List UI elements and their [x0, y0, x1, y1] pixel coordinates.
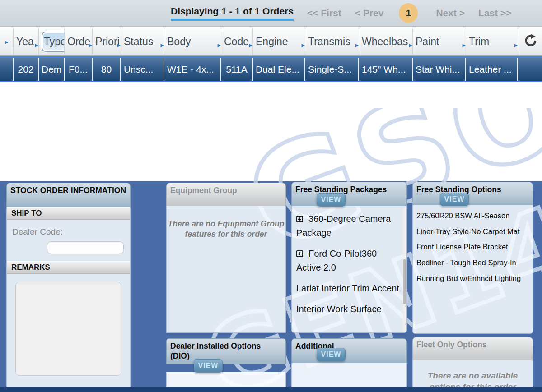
package-list-item[interactable]: Interior Work Surface	[296, 302, 402, 316]
packages-scrollbar-thumb[interactable]	[403, 259, 406, 304]
package-item-label: Lariat Interior Trim Accent	[296, 283, 399, 293]
column-header-label: Body	[167, 36, 191, 48]
dealer-installed-options-header: Dealer Installed Options (DIO) VIEW	[166, 338, 286, 364]
column-header-engine[interactable]: Engine▸	[253, 28, 305, 55]
additional-panel: Additional VIEW	[291, 338, 407, 387]
package-item-label: 360-Degree Camera Package	[296, 214, 391, 238]
additional-header: Additional VIEW	[291, 338, 407, 363]
ship-to-section: Dealer Code:	[7, 220, 130, 261]
option-list-item[interactable]: Running Brd w/Enhncd Lighting	[416, 274, 529, 283]
refresh-icon	[524, 34, 537, 50]
packages-view-button[interactable]: VIEW	[317, 193, 346, 207]
sort-arrow-icon: ▸	[217, 42, 221, 48]
fleet-only-empty-message: There are no available options for this …	[413, 370, 533, 387]
sort-arrow-icon: ▸	[5, 38, 9, 45]
free-standing-options-panel: Free Standing Options VIEW 275/60R20 BSW…	[412, 182, 533, 334]
sort-arrow-icon: ▸	[160, 42, 164, 48]
prev-page-link[interactable]: < Prev	[355, 8, 384, 18]
refresh-button[interactable]	[518, 28, 542, 55]
order-row[interactable]: 202 Dem F0... 80 Unsc... W1E - 4x... 511…	[0, 56, 542, 82]
fleet-only-options-panel: Fleet Only Options There are no availabl…	[412, 337, 533, 387]
sort-arrow-icon: ▸	[35, 42, 38, 48]
options-view-button[interactable]: VIEW	[440, 193, 469, 206]
column-header-paint[interactable]: Paint▸	[413, 28, 466, 55]
order-cell-transmission[interactable]: Single-S...	[305, 58, 359, 81]
expand-plus-icon[interactable]	[296, 250, 303, 257]
column-header-order[interactable]: Orde▸	[65, 28, 93, 55]
fleet-only-options-header: Fleet Only Options	[412, 337, 533, 360]
order-cell-code[interactable]: 511A	[221, 58, 253, 81]
order-cell-order[interactable]: F0...	[65, 58, 93, 81]
package-item-label: Ford Co-Pilot360 Active 2.0	[296, 249, 377, 272]
dealer-installed-options-panel: Dealer Installed Options (DIO) VIEW	[166, 338, 286, 387]
next-page-link[interactable]: Next >	[436, 8, 465, 18]
package-list-item[interactable]: 360-Degree Camera Package	[296, 212, 402, 240]
column-header-label: Wheelbas	[362, 36, 408, 48]
current-page-badge[interactable]: 1	[399, 3, 418, 23]
order-cell-engine[interactable]: Dual Ele...	[253, 58, 305, 81]
pagination-bar: Displaying 1 - 1 of 1 Orders << First < …	[0, 0, 542, 27]
remarks-textarea[interactable]	[15, 282, 121, 376]
dealer-installed-options-title: Dealer Installed Options (DIO)	[170, 341, 261, 360]
free-standing-packages-title: Free Standing Packages	[295, 185, 387, 194]
sort-arrow-icon: ▸	[249, 42, 252, 48]
sort-arrow-icon: ▸	[355, 42, 359, 48]
expand-all-column-header[interactable]: ▸	[0, 28, 14, 55]
additional-view-button[interactable]: VIEW	[317, 348, 346, 361]
column-header-priority[interactable]: Priori▸	[93, 28, 121, 55]
column-header-label: Code	[224, 36, 249, 48]
packages-scrollbar[interactable]	[403, 207, 406, 332]
equipment-group-empty-message: There are no Equipment Group features fo…	[167, 219, 285, 240]
column-header-body[interactable]: Body▸	[164, 28, 221, 55]
order-cell-paint[interactable]: Star Whi...	[413, 58, 466, 81]
column-header-label: Transmis	[308, 36, 350, 48]
bottom-bar	[0, 387, 542, 392]
package-list-item[interactable]: Lariat Interior Trim Accent	[296, 281, 402, 295]
sort-arrow-icon: ▸	[462, 42, 466, 48]
column-header-wheelbase[interactable]: Wheelbas▸	[359, 28, 413, 55]
option-list-item[interactable]: Bedliner - Tough Bed Spray-In	[416, 258, 529, 267]
dealer-code-label: Dealer Code:	[12, 227, 126, 237]
sort-arrow-icon: ▸	[301, 42, 305, 48]
option-list-item[interactable]: 275/60R20 BSW All-Season	[416, 211, 529, 221]
order-cell-year[interactable]: 202	[14, 58, 39, 81]
column-header-label: Yea	[16, 36, 34, 48]
column-header-label: Paint	[416, 36, 439, 48]
order-cell-expand[interactable]	[0, 58, 14, 81]
package-list-item[interactable]: Ford Co-Pilot360 Active 2.0	[296, 247, 402, 275]
column-header-type[interactable]: Type	[39, 28, 65, 55]
equipment-group-panel: Equipment Group There are no Equipment G…	[166, 183, 286, 333]
equipment-group-header: Equipment Group	[166, 183, 286, 206]
column-header-label: Type	[42, 32, 65, 52]
grid-header-row: ▸ Yea▸ Type Orde▸ Priori▸ Status▸ Body▸ …	[0, 28, 542, 56]
first-page-link[interactable]: << First	[307, 8, 341, 18]
dio-view-button[interactable]: VIEW	[194, 359, 223, 373]
order-cell-trim[interactable]: Leather ...	[466, 58, 518, 81]
column-header-trim[interactable]: Trim▸	[466, 28, 518, 55]
order-cell-wheelbase[interactable]: 145" Wh...	[359, 58, 413, 81]
sort-arrow-icon: ▸	[514, 42, 518, 48]
sort-arrow-icon: ▸	[89, 42, 92, 48]
order-cell-status[interactable]: Unsc...	[121, 58, 164, 81]
package-item-label: Interior Work Surface	[296, 304, 382, 314]
column-header-transmission[interactable]: Transmis▸	[305, 28, 359, 55]
column-header-label: Engine	[256, 36, 288, 48]
dealer-code-input[interactable]	[47, 241, 124, 254]
expand-plus-icon[interactable]	[296, 216, 303, 222]
order-cell-type[interactable]: Dem	[39, 58, 65, 81]
column-header-code[interactable]: Code▸	[221, 28, 253, 55]
option-list-item[interactable]: Liner-Tray Style-No Carpet Mat	[416, 227, 529, 236]
sort-arrow-icon: ▸	[117, 42, 121, 48]
column-header-label: Status	[124, 36, 153, 48]
free-standing-packages-header: Free Standing Packages VIEW	[291, 182, 407, 206]
last-page-link[interactable]: Last >>	[478, 8, 512, 18]
column-header-status[interactable]: Status▸	[121, 28, 164, 55]
order-cell-priority[interactable]: 80	[93, 58, 121, 81]
free-standing-packages-panel: Free Standing Packages VIEW 360-Degree C…	[291, 182, 407, 333]
remarks-header: REMARKS	[7, 261, 130, 274]
sort-arrow-icon: ▸	[409, 42, 412, 48]
option-list-item[interactable]: Front License Plate Bracket	[416, 242, 529, 252]
column-header-year[interactable]: Yea▸	[14, 28, 39, 55]
order-cell-body[interactable]: W1E - 4x...	[164, 58, 221, 81]
order-management-page: Displaying 1 - 1 of 1 Orders << First < …	[0, 0, 542, 392]
